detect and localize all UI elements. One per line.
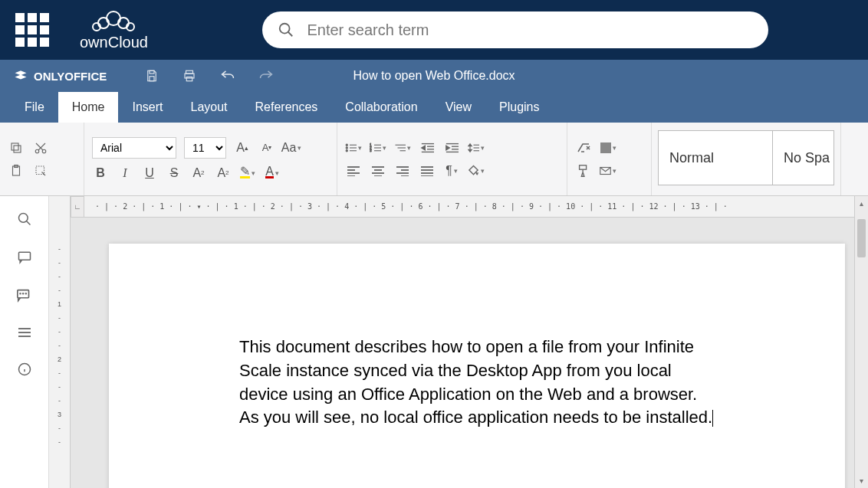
editor-body: ----1---2---3-- ∟ · | · 2 · | · 1 · | · … xyxy=(0,196,868,488)
paste-icon[interactable] xyxy=(8,162,25,179)
svg-point-21 xyxy=(346,146,347,148)
superscript-icon[interactable]: A2 xyxy=(190,165,207,182)
svg-point-73 xyxy=(20,293,21,294)
style-normal[interactable]: Normal xyxy=(658,130,773,185)
tab-plugins[interactable]: Plugins xyxy=(485,92,553,123)
svg-rect-8 xyxy=(150,77,154,81)
comments-icon[interactable] xyxy=(17,250,32,265)
decrease-indent-icon[interactable] xyxy=(419,139,436,156)
highlight-color-icon[interactable]: ✎▾ xyxy=(239,165,256,182)
paragraph-mark-icon[interactable]: ¶▾ xyxy=(443,162,460,179)
tab-collaboration[interactable]: Collaboration xyxy=(331,92,431,123)
tab-layout[interactable]: Layout xyxy=(176,92,241,123)
onlyoffice-logo-icon xyxy=(14,69,28,83)
underline-icon[interactable]: U xyxy=(141,165,158,182)
document-name: How to open Web Office.docx xyxy=(353,69,515,83)
svg-rect-7 xyxy=(150,70,154,74)
svg-marker-38 xyxy=(422,146,426,149)
tab-view[interactable]: View xyxy=(432,92,485,123)
owncloud-top-bar: ownCloud xyxy=(0,0,868,60)
increase-indent-icon[interactable] xyxy=(443,139,460,156)
font-color-icon[interactable]: A▾ xyxy=(264,165,281,182)
document-area: ∟ · | · 2 · | · 1 · | · ▾ · | · 1 · | · … xyxy=(71,196,854,488)
change-case-icon[interactable]: Aa▾ xyxy=(283,139,300,156)
horizontal-ruler: · | · 2 · | · 1 · | · ▾ · | · 1 · | · 2 … xyxy=(84,196,854,218)
ruler-corner: ∟ xyxy=(71,196,84,218)
svg-rect-11 xyxy=(187,77,193,81)
redo-icon[interactable] xyxy=(258,69,274,83)
align-justify-icon[interactable] xyxy=(419,162,436,179)
owncloud-logo: ownCloud xyxy=(80,9,148,51)
print-icon[interactable] xyxy=(182,69,197,83)
ribbon-toolbar: Arial 11 A▴ A▾ Aa▾ B I U S A2 A2 ✎▾ A▾ ▾… xyxy=(0,123,868,196)
editor-brand: ONLYOFFICE xyxy=(14,69,107,83)
copy-icon[interactable] xyxy=(8,139,25,156)
line-spacing-icon[interactable]: ▾ xyxy=(468,139,485,156)
align-left-icon[interactable] xyxy=(345,162,362,179)
svg-marker-43 xyxy=(446,146,450,149)
editor-title-bar: ONLYOFFICE How to open Web Office.docx xyxy=(0,60,868,92)
font-family-select[interactable]: Arial xyxy=(92,137,176,159)
cut-icon[interactable] xyxy=(32,139,49,156)
vertical-scrollbar[interactable]: ▴ ▾ xyxy=(854,196,868,488)
tab-file[interactable]: File xyxy=(11,92,58,123)
document-paragraph[interactable]: This document describes how to open a fi… xyxy=(239,336,715,430)
italic-icon[interactable]: I xyxy=(117,165,133,182)
navigation-icon[interactable] xyxy=(17,326,32,339)
editor-brand-label: ONLYOFFICE xyxy=(34,70,107,83)
numbered-list-icon[interactable]: 123▾ xyxy=(370,139,386,156)
save-icon[interactable] xyxy=(145,69,159,83)
svg-rect-71 xyxy=(18,252,30,260)
menu-tabs: File Home Insert Layout References Colla… xyxy=(0,92,868,123)
tab-home[interactable]: Home xyxy=(58,92,119,123)
clear-formatting-icon[interactable] xyxy=(575,139,592,156)
left-rail xyxy=(0,196,49,488)
scroll-down-arrow-icon[interactable]: ▾ xyxy=(855,477,868,485)
scroll-thumb[interactable] xyxy=(857,219,866,257)
undo-icon[interactable] xyxy=(220,69,235,83)
svg-point-69 xyxy=(18,214,28,223)
svg-line-70 xyxy=(26,221,30,225)
document-page[interactable]: This document describes how to open a fi… xyxy=(109,244,845,488)
svg-point-5 xyxy=(280,24,290,34)
mail-merge-icon[interactable]: ▾ xyxy=(600,162,616,179)
bullet-list-icon[interactable]: ▾ xyxy=(345,139,362,156)
svg-marker-46 xyxy=(469,149,472,152)
search-icon xyxy=(278,21,294,38)
format-painter-icon[interactable] xyxy=(575,162,592,179)
svg-point-74 xyxy=(22,293,23,294)
tab-references[interactable]: References xyxy=(242,92,332,123)
svg-rect-66 xyxy=(600,142,611,153)
svg-point-75 xyxy=(25,293,26,294)
search-input[interactable] xyxy=(307,21,753,39)
text-cursor xyxy=(712,410,713,427)
app-launcher-icon[interactable] xyxy=(15,13,49,47)
find-icon[interactable] xyxy=(17,211,32,227)
multilevel-list-icon[interactable]: ▾ xyxy=(394,139,411,156)
tab-insert[interactable]: Insert xyxy=(118,92,176,123)
svg-rect-67 xyxy=(580,165,587,169)
svg-line-6 xyxy=(288,32,293,37)
about-icon[interactable] xyxy=(17,362,32,377)
subscript-icon[interactable]: A2 xyxy=(215,165,232,182)
svg-point-23 xyxy=(346,149,347,151)
shading-icon[interactable]: ▾ xyxy=(468,162,485,179)
font-size-select[interactable]: 11 xyxy=(184,137,226,159)
scroll-up-arrow-icon[interactable]: ▴ xyxy=(855,199,868,208)
style-no-spacing[interactable]: No Spa xyxy=(773,130,834,185)
search-box[interactable] xyxy=(262,11,768,48)
cloud-icon xyxy=(92,9,135,32)
svg-rect-12 xyxy=(14,146,21,152)
chat-icon[interactable] xyxy=(16,288,33,303)
strikethrough-icon[interactable]: S xyxy=(166,165,182,182)
owncloud-brand-text: ownCloud xyxy=(80,34,148,51)
increase-font-icon[interactable]: A▴ xyxy=(234,139,251,156)
select-icon[interactable] xyxy=(32,162,49,179)
bold-icon[interactable]: B xyxy=(92,165,109,182)
decrease-font-icon[interactable]: A▾ xyxy=(258,139,275,156)
fill-color-icon[interactable]: ▾ xyxy=(600,139,616,156)
svg-point-19 xyxy=(346,144,347,146)
align-center-icon[interactable] xyxy=(370,162,386,179)
align-right-icon[interactable] xyxy=(394,162,411,179)
vertical-ruler: ----1---2---3-- xyxy=(49,196,71,488)
